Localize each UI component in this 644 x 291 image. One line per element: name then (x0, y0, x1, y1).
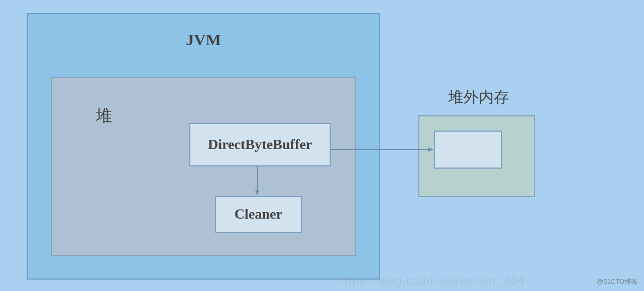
watermark-text: @51CTO博客 (597, 277, 637, 287)
off-heap-memory-block (434, 131, 502, 169)
cleaner-label: Cleaner (234, 206, 282, 222)
heap-title: 堆 (82, 105, 126, 127)
cleaner-box: Cleaner (215, 196, 302, 233)
heap-container: 堆 (51, 77, 356, 256)
jvm-title: JVM (28, 30, 379, 49)
faded-source-url: https://blog.csdn.net/weixin_424 (337, 274, 525, 288)
direct-byte-buffer-label: DirectByteBuffer (208, 137, 312, 153)
direct-byte-buffer-box: DirectByteBuffer (189, 123, 331, 166)
off-heap-memory-label: 堆外内存 (441, 87, 517, 108)
